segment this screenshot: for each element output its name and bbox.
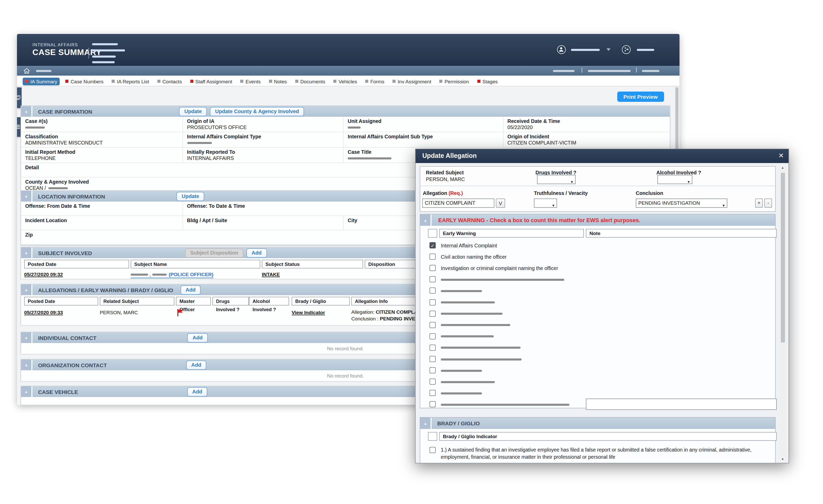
close-icon[interactable]: ✕	[778, 152, 784, 159]
early-warning-checkbox[interactable]	[430, 299, 436, 305]
early-warning-checkbox[interactable]	[430, 277, 436, 283]
early-warning-checkbox[interactable]	[430, 288, 436, 294]
early-warning-checkbox[interactable]	[430, 265, 436, 271]
master-officer-flag-icon[interactable]	[177, 309, 183, 318]
scroll-down-arrow[interactable]: ▼	[780, 457, 786, 462]
update-case-button[interactable]: Update	[179, 107, 207, 116]
tab-label: Vehicles	[339, 78, 357, 84]
early-warning-checkbox[interactable]	[430, 390, 436, 396]
user-avatar-icon[interactable]	[557, 45, 566, 54]
checkbox-column-header	[428, 432, 437, 441]
early-warning-checkbox[interactable]	[430, 322, 436, 328]
tab-vehicles[interactable]: Vehicles	[331, 77, 359, 85]
tab-label: Notes	[274, 78, 287, 84]
dialog-scrollbar-thumb[interactable]	[781, 173, 785, 343]
collapse-toggle[interactable]: ▲	[21, 332, 32, 343]
remove-allegation-row-button[interactable]: -	[764, 198, 772, 208]
update-county-agency-button[interactable]: Update County & Agency Involved	[210, 107, 304, 116]
drugs-involved-select[interactable]: ▼	[537, 175, 575, 184]
early-warning-checkbox[interactable]	[430, 333, 436, 339]
dialog-scrollbar[interactable]	[780, 170, 786, 457]
add-individual-contact-button[interactable]: Add	[187, 333, 208, 342]
early-warning-header: ▲ EARLY WARNING - Check a box to count t…	[420, 214, 775, 226]
allegation-lookup-button[interactable]: V	[496, 198, 505, 208]
scroll-up-arrow[interactable]: ▲	[780, 165, 786, 170]
tab-marker-icon	[295, 80, 298, 83]
subject-posted-date-link[interactable]: 05/27/2020 09:32	[24, 272, 63, 277]
early-warning-checkbox[interactable]	[430, 345, 436, 351]
tab-marker-icon	[65, 80, 69, 83]
view-indicator-link[interactable]: View Indicator	[292, 310, 325, 315]
collapse-toggle[interactable]: ▲	[420, 214, 432, 226]
conclusion-select[interactable]: PENDING INVESTIGATION▼	[636, 198, 727, 208]
allegation-posted-date-link[interactable]: 05/27/2020 09:33	[24, 310, 63, 315]
tab-ia-reports-list[interactable]: IA Reports List	[109, 77, 152, 85]
early-warning-checkbox[interactable]: ✓	[430, 242, 436, 248]
collapse-toggle[interactable]: ▲	[21, 106, 32, 117]
print-preview-button[interactable]: Print Preview	[617, 92, 664, 102]
redacted-text	[92, 55, 116, 57]
tab-documents[interactable]: Documents	[292, 77, 328, 85]
add-organization-contact-button[interactable]: Add	[186, 360, 206, 369]
collapse-toggle[interactable]: ▲	[420, 417, 432, 429]
early-warning-item-label: Civil action naming the officer	[441, 254, 507, 260]
tab-case-numbers[interactable]: Case Numbers	[63, 77, 106, 85]
early-warning-checkbox[interactable]	[430, 378, 436, 385]
allegation-column-header: Drugs Involved ?	[212, 297, 249, 306]
tab-staff-assignment[interactable]: Staff Assignment	[187, 77, 235, 85]
early-warning-checkbox[interactable]	[430, 356, 436, 362]
tab-inv-assignment[interactable]: Inv Assignment	[390, 77, 434, 85]
page-title: CASE SUMMARY	[32, 48, 102, 57]
tab-events[interactable]: Events	[238, 77, 263, 85]
tab-contacts[interactable]: Contacts	[155, 77, 184, 85]
conclusion-label: Conclusion	[636, 190, 663, 196]
collapse-toggle[interactable]: ▲	[21, 191, 32, 202]
collapse-toggle[interactable]: ▲	[21, 247, 32, 258]
alcohol-involved-select[interactable]: ▼	[657, 175, 692, 184]
related-subject-value: PERSON, MARC	[426, 176, 465, 182]
field-value: CITIZEN COMPLAINT-VICTIM	[507, 140, 666, 146]
add-allegation-row-button[interactable]: +	[755, 198, 763, 208]
section-title: CASE VEHICLE	[38, 388, 78, 395]
logout-icon[interactable]	[622, 45, 631, 54]
add-allegation-button[interactable]: Add	[180, 285, 201, 295]
redacted-text	[92, 43, 118, 45]
field-label: Initial Report Method	[25, 149, 178, 155]
collapse-toggle[interactable]: ▲	[21, 285, 32, 295]
subject-status-value[interactable]: INTAKE	[262, 272, 280, 277]
early-warning-checkbox[interactable]	[430, 254, 436, 260]
tab-forms[interactable]: Forms	[363, 77, 387, 85]
brady-indicator-checkbox[interactable]	[430, 447, 436, 453]
update-location-button[interactable]: Update	[177, 192, 204, 201]
field-value	[348, 140, 499, 145]
collapse-toggle[interactable]: ▲	[21, 386, 32, 397]
redacted-early-warning-item	[441, 381, 495, 383]
subject-name-link[interactable]: , (POLICE OFFICER)	[131, 272, 213, 278]
field-cell: Origin of IAPROSECUTOR'S OFFICE	[183, 117, 344, 132]
early-warning-checkbox[interactable]	[430, 401, 436, 407]
truthfulness-select[interactable]: ▼	[534, 198, 557, 208]
conclusion-value: PENDING INVESTIGATION	[638, 200, 700, 206]
tab-stages[interactable]: Stages	[475, 77, 500, 85]
tab-ia-summary[interactable]: IA Summary	[23, 77, 60, 85]
redacted-value	[187, 142, 212, 144]
tab-permission[interactable]: Permission	[437, 77, 472, 85]
redacted-breadcrumb	[642, 70, 659, 72]
tab-notes[interactable]: Notes	[266, 77, 289, 85]
early-warning-note-input[interactable]	[586, 399, 777, 410]
subject-disposition-button[interactable]: Subject Disposition	[185, 248, 243, 258]
flyout-tab-reports[interactable]	[17, 88, 22, 108]
add-subject-button[interactable]: Add	[246, 248, 267, 258]
home-icon[interactable]	[24, 67, 30, 74]
allegation-column-header: Master Officer	[176, 297, 211, 306]
early-warning-checkbox[interactable]	[430, 310, 436, 317]
breadcrumb-separator: |	[636, 67, 637, 72]
field-value: 05/22/2020	[507, 125, 666, 131]
early-warning-checkbox[interactable]	[430, 367, 436, 373]
user-menu-caret-icon[interactable]	[607, 48, 611, 51]
field-label: Incident Location	[25, 217, 178, 223]
allegation-input[interactable]: CITIZEN COMPLAINT	[422, 198, 494, 208]
add-case-vehicle-button[interactable]: Add	[187, 387, 207, 396]
collapse-toggle[interactable]: ▲	[21, 359, 32, 370]
field-cell: Internal Affairs Complaint Sub Type	[344, 132, 503, 147]
